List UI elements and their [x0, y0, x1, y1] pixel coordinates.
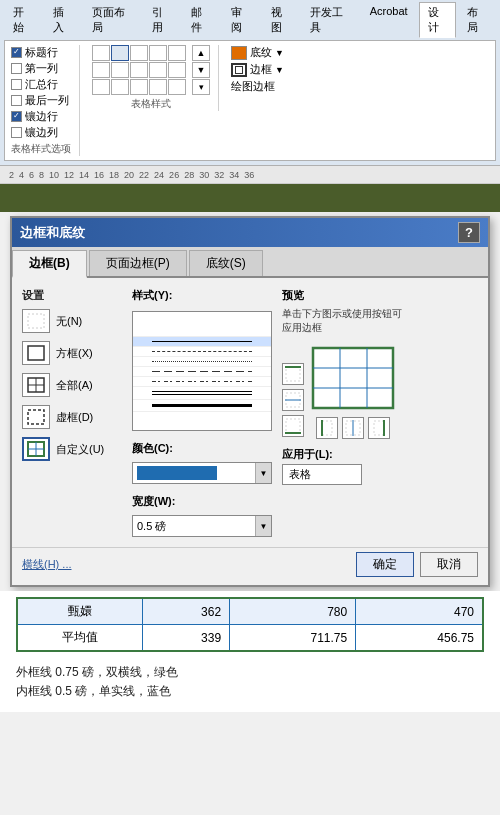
dialog-tab-page-border[interactable]: 页面边框(P): [89, 250, 187, 276]
apply-to-value: 表格: [282, 464, 362, 485]
style-thick[interactable]: [133, 400, 271, 412]
dialog-help-btn[interactable]: ?: [458, 222, 480, 243]
setting-none[interactable]: 无(N): [22, 309, 122, 333]
setting-dashed[interactable]: 虚框(D): [22, 405, 122, 429]
draw-table-row[interactable]: 绘图边框: [231, 79, 284, 94]
style-double[interactable]: [133, 387, 271, 400]
tab-dev[interactable]: 开发工具: [301, 2, 358, 38]
style-none[interactable]: [133, 312, 271, 337]
tab-ref[interactable]: 引用: [143, 2, 181, 38]
preview-desc: 单击下方图示或使用按钮可应用边框: [282, 307, 478, 335]
ruler: 2 4 6 8 10 12 14 16 18 20 22 24 26 28 30…: [0, 166, 500, 184]
svg-rect-0: [28, 314, 44, 328]
checkbox-last-col[interactable]: [11, 95, 22, 106]
ruler-marks: 2 4 6 8 10 12 14 16 18 20 22 24 26 28 30…: [4, 170, 254, 180]
shading-row: 底纹 ▼: [231, 45, 284, 60]
svg-rect-5: [28, 410, 44, 424]
checkbox-band-cols-label: 镶边列: [25, 125, 58, 140]
horizontal-line-link[interactable]: 横线(H) ...: [22, 558, 72, 570]
preview-svg: [308, 343, 398, 413]
right-btn-group: 底纹 ▼ 边框 ▼ 绘图边框: [231, 45, 284, 94]
width-label: 宽度(W):: [132, 494, 272, 509]
ok-button[interactable]: 确定: [356, 552, 414, 577]
checkbox-first-col[interactable]: [11, 63, 22, 74]
style-more[interactable]: ▾: [192, 79, 210, 95]
preview-top-border-btn[interactable]: [282, 363, 304, 385]
checkbox-header-row[interactable]: 标题行: [11, 45, 69, 60]
style-chain-line: [152, 381, 253, 382]
width-dropdown-arrow[interactable]: ▼: [255, 516, 271, 536]
dialog-body: 设置 无(N) 方框(X): [12, 278, 488, 547]
style-solid-line: [152, 341, 253, 342]
footer-left: 横线(H) ...: [22, 557, 350, 572]
style-cell-14[interactable]: [149, 79, 167, 95]
preview-right-border-btn[interactable]: [368, 417, 390, 439]
tab-layout[interactable]: 页面布局: [83, 2, 140, 38]
settings-label: 设置: [22, 288, 122, 303]
style-list[interactable]: [132, 311, 272, 431]
cancel-button[interactable]: 取消: [420, 552, 478, 577]
style-cell-8[interactable]: [130, 62, 148, 78]
cell-val3-2: 456.75: [356, 625, 483, 652]
tab-insert[interactable]: 插入: [44, 2, 82, 38]
style-cell-10[interactable]: [168, 62, 186, 78]
tab-mail[interactable]: 邮件: [182, 2, 220, 38]
preview-center-vborder-btn[interactable]: [342, 417, 364, 439]
setting-box[interactable]: 方框(X): [22, 341, 122, 365]
checkbox-band-rows[interactable]: [11, 111, 22, 122]
style-cell-4[interactable]: [149, 45, 167, 61]
style-solid[interactable]: [133, 337, 271, 347]
checkbox-band-row[interactable]: 镶边行: [11, 109, 69, 124]
preview-middle-hborder-btn[interactable]: [282, 389, 304, 411]
checkbox-header[interactable]: [11, 47, 22, 58]
settings-panel: 设置 无(N) 方框(X): [22, 288, 122, 537]
preview-label: 预览: [282, 288, 478, 303]
style-cell-15[interactable]: [168, 79, 186, 95]
style-chain[interactable]: [133, 377, 271, 387]
style-dotted-line: [152, 361, 253, 362]
checkbox-last-col-row[interactable]: 最后一列: [11, 93, 69, 108]
checkbox-summary-row[interactable]: 汇总行: [11, 77, 69, 92]
setting-all[interactable]: 全部(A): [22, 373, 122, 397]
style-scroll-up[interactable]: ▲: [192, 45, 210, 61]
style-cell-11[interactable]: [92, 79, 110, 95]
tab-table-layout[interactable]: 布局: [458, 2, 496, 38]
dialog-tab-shading[interactable]: 底纹(S): [189, 250, 263, 276]
checkbox-first-col-row[interactable]: 第一列: [11, 61, 69, 76]
style-scroll-down[interactable]: ▼: [192, 62, 210, 78]
shading-arrow[interactable]: ▼: [275, 48, 284, 58]
style-cell-9[interactable]: [149, 62, 167, 78]
style-dashed-sm[interactable]: [133, 347, 271, 357]
style-cell-7[interactable]: [111, 62, 129, 78]
checkbox-band-col-row[interactable]: 镶边列: [11, 125, 69, 140]
checkbox-summary[interactable]: [11, 79, 22, 90]
svg-rect-15: [313, 348, 393, 408]
preview-grid-area: [282, 343, 478, 439]
color-dropdown[interactable]: ▼: [132, 462, 272, 484]
tab-acrobat[interactable]: Acrobat: [361, 2, 417, 38]
style-dotted[interactable]: [133, 357, 271, 367]
border-arrow[interactable]: ▼: [275, 65, 284, 75]
setting-custom[interactable]: 自定义(U): [22, 437, 122, 461]
style-cell-1[interactable]: [92, 45, 110, 61]
svg-rect-20: [322, 421, 332, 435]
width-dropdown[interactable]: 0.5 磅 ▼: [132, 515, 272, 537]
style-cell-5[interactable]: [168, 45, 186, 61]
style-cell-13[interactable]: [130, 79, 148, 95]
preview-bottom-border-btn[interactable]: [282, 415, 304, 437]
dialog-tab-border[interactable]: 边框(B): [12, 250, 87, 278]
style-cell-2[interactable]: [111, 45, 129, 61]
tab-start[interactable]: 开始: [4, 2, 42, 38]
style-cell-6[interactable]: [92, 62, 110, 78]
preview-left-border-btn[interactable]: [316, 417, 338, 439]
style-long-dash[interactable]: [133, 367, 271, 377]
style-thick-line: [152, 404, 253, 407]
cell-val1-2: 339: [143, 625, 230, 652]
tab-design[interactable]: 设计: [419, 2, 457, 38]
style-cell-3[interactable]: [130, 45, 148, 61]
tab-review[interactable]: 审阅: [222, 2, 260, 38]
color-dropdown-arrow[interactable]: ▼: [255, 463, 271, 483]
checkbox-band-cols[interactable]: [11, 127, 22, 138]
tab-view[interactable]: 视图: [262, 2, 300, 38]
style-cell-12[interactable]: [111, 79, 129, 95]
